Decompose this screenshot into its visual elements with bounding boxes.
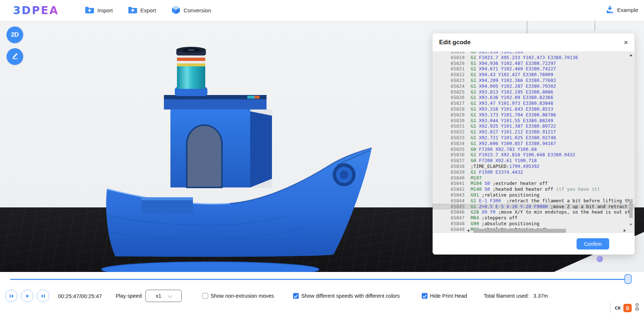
scroll-left-icon[interactable]: [467, 229, 469, 232]
horizontal-scroll-thumb[interactable]: [474, 229, 566, 233]
play-icon: [25, 293, 30, 299]
confirm-button[interactable]: Confirm: [577, 238, 609, 249]
gcode-line-text: M84 ;steppers off: [471, 215, 517, 221]
gcode-row[interactable]: 65833G1 X92.721 Y101.025 E3380.92748: [433, 135, 635, 141]
import-button[interactable]: Import: [85, 6, 113, 15]
gcode-row[interactable]: 65829G1 X93.173 Y101.704 E3380.86786: [433, 112, 635, 118]
gcode-row[interactable]: 65826G1 X93.636 Y102.09 E3380.82366: [433, 95, 635, 100]
gcode-line-text: M140 S0 ;heated bed heater off (if you h…: [471, 186, 600, 192]
gcode-line-number: 65846: [433, 209, 465, 215]
gcode-row[interactable]: 65838;TIME_ELAPSED:1799.495392: [433, 164, 635, 169]
gcode-row[interactable]: 65844G1 E-1 F300 ;retract the filament a…: [433, 198, 635, 204]
gcode-row[interactable]: 65825G1 X93.813 Y102.195 E3380.8086: [433, 89, 635, 95]
example-button[interactable]: Example: [606, 5, 638, 15]
gcode-row[interactable]: 65835G0 F7200 X92.783 Y100.68: [433, 146, 635, 152]
vertical-scrollbar[interactable]: [628, 53, 634, 227]
ime-drag-handle-icon[interactable]: [610, 303, 612, 313]
scroll-down-icon[interactable]: [629, 224, 632, 226]
checkbox-label: Show non-extrusion moves: [211, 293, 274, 299]
gcode-line-number: 65819: [433, 55, 465, 61]
gcode-line-text: G1 X94.43 Y102.427 E3380.76009: [471, 72, 553, 78]
dialog-title: Edit gcode: [439, 39, 471, 46]
gcode-line-number: 65820: [433, 61, 465, 66]
gcode-row[interactable]: 65845G1 Z+0.5 E-5 X-20 Y-20 F9000 ;move …: [433, 204, 635, 210]
gcode-line-number: 65837: [433, 158, 465, 164]
floating-widget-dot[interactable]: [596, 256, 603, 262]
gcode-line-text: G1 X93.47 Y101.973 E3380.83848: [471, 100, 553, 106]
gcode-row[interactable]: 65823G1 X94.209 Y102.366 E3380.77683: [433, 78, 635, 83]
progress-slider-handle[interactable]: [624, 274, 632, 284]
gcode-line-number: 65828: [433, 106, 465, 112]
gcode-row[interactable]: 65846G28 X0 Y0 ;move X/Y to min endstops…: [433, 209, 635, 215]
gcode-line-text: G0 F7200 X92.783 Y100.68: [471, 146, 537, 152]
3d-viewport[interactable]: 2D Edit gcode × 65818G0 X95.954 Y102.594…: [0, 21, 644, 272]
gcode-line-number: 65829: [433, 112, 465, 118]
gcode-row[interactable]: 65818G0 X95.954 Y102.594: [433, 52, 635, 55]
gcode-row[interactable]: 65842M140 S0 ;heated bed heater off (if …: [433, 186, 635, 192]
dialog-header: Edit gcode ×: [433, 33, 635, 52]
checkbox-checked-icon[interactable]: [293, 293, 299, 299]
horizontal-scrollbar[interactable]: [467, 228, 626, 233]
skip-to-start-button[interactable]: [5, 290, 17, 302]
app-window: 3DPEA Import Export Conversion Example: [0, 0, 644, 318]
gcode-line-text: G90 ;absolute positioning: [471, 221, 540, 227]
gcode-row[interactable]: 65847M84 ;steppers off: [433, 215, 635, 221]
checkbox-checked-icon[interactable]: [422, 293, 428, 299]
gcode-row[interactable]: 65843G91 ;relative positioning: [433, 192, 635, 198]
gcode-row[interactable]: 65827G1 X93.47 Y101.973 E3380.83848: [433, 100, 635, 106]
export-button[interactable]: Export: [128, 6, 156, 15]
gcode-line-number: 65847: [433, 215, 465, 221]
checkbox-show-non-extrusion-moves[interactable]: Show non-extrusion moves: [202, 293, 274, 299]
ime-tools-icon[interactable]: [635, 303, 640, 313]
download-icon: [606, 5, 614, 15]
gcode-line-number: 65838: [433, 164, 465, 169]
skip-start-icon: [9, 293, 14, 299]
scroll-right-icon[interactable]: [624, 229, 626, 232]
gcode-row[interactable]: 65836G1 F1023.7 X92.816 Y100.648 E3380.9…: [433, 152, 635, 158]
gcode-row[interactable]: 65839G1 F1500 E3374.4432: [433, 169, 635, 175]
checkbox-show-speed-colors[interactable]: Show different speeds with different col…: [293, 293, 400, 299]
gcode-row[interactable]: 65848G90 ;absolute positioning: [433, 221, 635, 227]
gcode-row[interactable]: 65828G1 X93.316 Y101.843 E3380.8533: [433, 106, 635, 112]
conversion-label: Conversion: [183, 7, 211, 13]
gcode-row[interactable]: 65821G1 X94.671 Y102.469 E3380.74227: [433, 66, 635, 72]
gcode-line-number: 65848: [433, 221, 465, 227]
gcode-row[interactable]: 65841M104 S0 ;extruder heater off: [433, 181, 635, 186]
gcode-row[interactable]: 65822G1 X94.43 Y102.427 E3380.76009: [433, 72, 635, 78]
dialog-footer: Confirm: [433, 233, 635, 255]
gcode-line-text: G1 X94.005 Y102.287 E3380.79302: [471, 83, 556, 89]
gcode-line-number: 65826: [433, 95, 465, 100]
gcode-row[interactable]: 65834G1 X92.606 Y100.857 E3380.94167: [433, 141, 635, 146]
checkbox-hide-print-head[interactable]: Hide Print Head: [422, 293, 467, 299]
skip-to-end-button[interactable]: [37, 290, 49, 302]
conversion-button[interactable]: Conversion: [171, 5, 211, 16]
gcode-row[interactable]: 65830G1 X93.044 Y101.55 E3380.88249: [433, 118, 635, 124]
gcode-line-text: G91 ;relative positioning: [471, 192, 540, 198]
gcode-line-number: 65821: [433, 66, 465, 72]
gcode-row[interactable]: 65824G1 X94.005 Y102.287 E3380.79302: [433, 83, 635, 89]
checkbox-unchecked-icon[interactable]: [202, 293, 208, 299]
play-button[interactable]: [21, 290, 33, 302]
horizontal-scroll-track[interactable]: [471, 229, 622, 233]
play-speed-select[interactable]: x1: [145, 290, 182, 302]
gcode-line-text: ;TIME_ELAPSED:1799.495392: [471, 164, 540, 169]
gcode-row[interactable]: 65819G1 F1023.7 X95.233 Y102.473 E3380.7…: [433, 55, 635, 61]
gcode-row[interactable]: 65840M107: [433, 175, 635, 181]
view-2d-button[interactable]: 2D: [7, 26, 23, 43]
gcode-row[interactable]: 65837G0 F7200 X92.61 Y100.718: [433, 158, 635, 164]
progress-bar[interactable]: [10, 279, 631, 280]
gcode-line-number: 65818: [433, 52, 465, 55]
gcode-line-number: 65843: [433, 192, 465, 198]
gcode-row[interactable]: 65820G1 X94.936 Y102.487 E3380.72297: [433, 61, 635, 66]
benchy-model: [83, 45, 381, 272]
gcode-line-number: 65827: [433, 100, 465, 106]
vertical-scroll-thumb[interactable]: [629, 199, 633, 218]
sogou-icon[interactable]: S: [623, 304, 632, 312]
gcode-row[interactable]: 65831G1 X92.925 Y101.387 E3380.89722: [433, 123, 635, 129]
ime-language-indicator[interactable]: CH: [615, 305, 620, 311]
gcode-line-number: 65840: [433, 175, 465, 181]
close-icon[interactable]: ×: [624, 39, 628, 46]
scroll-up-icon[interactable]: [629, 54, 632, 56]
edit-gcode-button[interactable]: [7, 48, 23, 65]
gcode-row[interactable]: 65832G1 X92.817 Y101.212 E3380.91217: [433, 129, 635, 135]
